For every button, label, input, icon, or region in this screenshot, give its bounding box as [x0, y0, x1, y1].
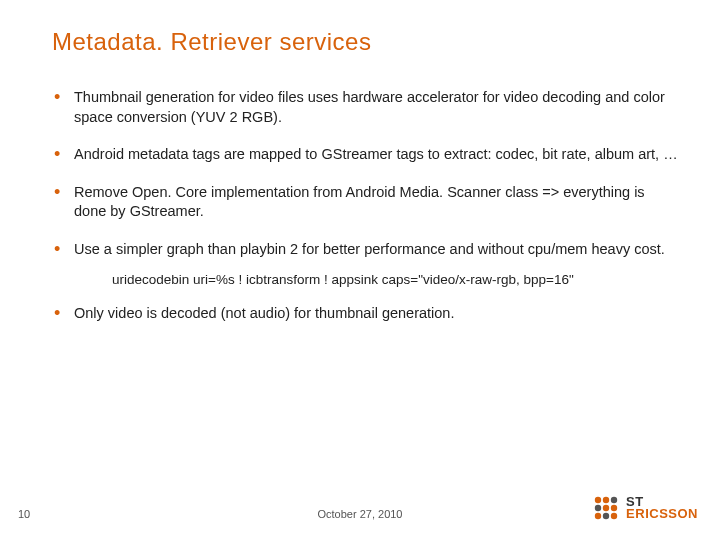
svg-point-0: [595, 497, 601, 503]
svg-point-2: [611, 497, 617, 503]
footer: 10 October 27, 2010 ST ERICSSON: [0, 486, 720, 526]
logo-text: ST ERICSSON: [626, 496, 698, 521]
svg-point-1: [603, 497, 609, 503]
st-ericsson-logo: ST ERICSSON: [592, 494, 698, 522]
svg-point-4: [603, 505, 609, 511]
bullet-item: Thumbnail generation for video files use…: [52, 88, 680, 127]
bullet-item: Only video is decoded (not audio) for th…: [52, 304, 680, 324]
svg-point-3: [595, 505, 601, 511]
svg-point-8: [611, 513, 617, 519]
svg-point-7: [603, 513, 609, 519]
svg-point-5: [611, 505, 617, 511]
bullet-list-cont: Only video is decoded (not audio) for th…: [52, 304, 680, 324]
logo-line2: ERICSSON: [626, 508, 698, 520]
slide: Metadata. Retriever services Thumbnail g…: [0, 0, 720, 540]
bullet-item: Android metadata tags are mapped to GStr…: [52, 145, 680, 165]
svg-point-6: [595, 513, 601, 519]
sub-bullet: uridecodebin uri=%s ! icbtransform ! app…: [52, 271, 680, 290]
slide-title: Metadata. Retriever services: [52, 28, 680, 56]
bullet-item: Remove Open. Core implementation from An…: [52, 183, 680, 222]
logo-mark-icon: [592, 494, 620, 522]
bullet-list: Thumbnail generation for video files use…: [52, 88, 680, 259]
bullet-item: Use a simpler graph than playbin 2 for b…: [52, 240, 680, 260]
